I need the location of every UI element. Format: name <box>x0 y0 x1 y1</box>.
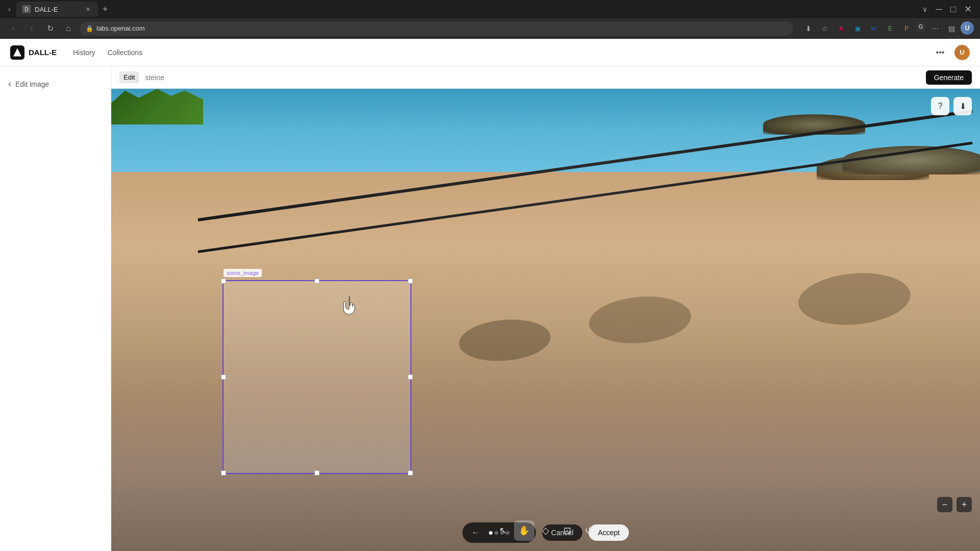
close-window-button[interactable]: ✕ <box>964 4 972 15</box>
active-tab[interactable]: D DALL-E ✕ <box>16 2 98 17</box>
nav-history[interactable]: History <box>73 46 95 59</box>
zoom-controls: − + <box>937 497 972 512</box>
sidebar-back-label: Edit image <box>15 80 49 88</box>
help-icon-button[interactable]: ? <box>931 97 949 115</box>
address-bar: ‹ › ↻ ⌂ 🔒 labs.openai.com ⬇ ☆ A ▣ W E P … <box>0 18 980 39</box>
zoom-out-button[interactable]: − <box>937 497 952 512</box>
umbrella-area <box>725 112 980 366</box>
app-logo-area: DALL-E <box>10 45 57 60</box>
sidebar-icon[interactable]: ▤ <box>944 21 959 36</box>
hand-tool-icon: ✋ <box>519 525 530 536</box>
tab-close-button[interactable]: ✕ <box>84 5 92 13</box>
minimize-button[interactable]: ─ <box>936 4 942 15</box>
resize-handle-tm[interactable] <box>314 279 320 284</box>
tab-favicon: D <box>22 5 31 13</box>
dot-1 <box>489 531 493 535</box>
nav-collections[interactable]: Collections <box>108 46 142 59</box>
app-logo-shape <box>13 48 21 57</box>
app-header: DALL-E History Collections ••• U <box>0 39 980 66</box>
canvas-panel: Edit Generate <box>111 66 980 551</box>
zoom-in-button[interactable]: + <box>957 497 972 512</box>
extension-download-icon[interactable]: ⬇ <box>801 21 816 36</box>
lock-icon: 🔒 <box>86 25 93 32</box>
profile-avatar[interactable]: U <box>961 21 974 35</box>
extension-bookmark-icon[interactable]: ☆ <box>818 21 832 36</box>
resize-handle-br[interactable] <box>408 470 413 475</box>
lasso-tool-icon: ◇ <box>542 525 549 536</box>
selection-label-text: some_image <box>224 269 262 277</box>
refresh-button[interactable]: ↻ <box>43 21 57 36</box>
resize-handle-bl[interactable] <box>221 470 226 475</box>
tool-bar: ↖ ✋ ◇ ⊡ ↺ <box>493 520 599 541</box>
extension-4-icon[interactable]: E <box>883 21 897 36</box>
prev-button[interactable]: ← <box>469 525 483 540</box>
canvas-area[interactable]: ? ⬇ some_image <box>111 89 980 551</box>
new-tab-button[interactable]: + <box>98 2 112 16</box>
resize-handle-bm[interactable] <box>314 470 320 475</box>
generate-button[interactable]: Generate <box>926 70 972 85</box>
resize-handle-tl[interactable] <box>221 279 226 284</box>
resize-handle-rm[interactable] <box>408 374 413 380</box>
select-tool-icon: ↖ <box>499 525 507 536</box>
tree-left <box>111 89 203 124</box>
forward-button[interactable]: › <box>24 21 39 36</box>
download-icon-button[interactable]: ⬇ <box>953 97 972 115</box>
selection-box[interactable]: some_image <box>223 280 411 474</box>
extension-1-icon[interactable]: A <box>834 21 848 36</box>
crop-tool-icon: ⊡ <box>564 525 571 536</box>
app-name-label: DALL-E <box>29 48 57 57</box>
url-text: labs.openai.com <box>96 24 145 32</box>
resize-handle-lm[interactable] <box>221 374 226 380</box>
undo-button[interactable]: ↺ <box>578 520 599 541</box>
browser-extensions: ⬇ ☆ A ▣ W E P G ⋯ ▤ U <box>801 21 974 36</box>
main-layout: ‹ Edit image Edit Generate <box>0 66 980 551</box>
help-icon: ? <box>938 102 943 111</box>
window-chevron-icon: ∨ <box>922 5 927 13</box>
download-icon: ⬇ <box>960 102 966 111</box>
back-icon: ‹ <box>8 79 11 89</box>
back-to-edit-button[interactable]: ‹ Edit image <box>0 74 111 97</box>
sidebar: ‹ Edit image <box>0 66 111 551</box>
header-actions: ••• U <box>932 44 970 61</box>
chevron-down-icon[interactable]: › <box>4 4 14 14</box>
app-navigation: History Collections <box>73 46 142 59</box>
undo-icon: ↺ <box>585 525 593 536</box>
prompt-input[interactable] <box>145 73 919 82</box>
extension-6-icon[interactable]: G <box>916 21 926 32</box>
app-logo-icon <box>10 45 24 60</box>
canvas-top-right-actions: ? ⬇ <box>931 97 972 115</box>
header-more-button[interactable]: ••• <box>932 44 948 61</box>
select-tool-button[interactable]: ↖ <box>493 520 513 541</box>
tab-bar: › D DALL-E ✕ + ∨ ─ □ ✕ <box>0 0 980 18</box>
back-button[interactable]: ‹ <box>6 21 20 36</box>
maximize-button[interactable]: □ <box>950 4 956 15</box>
extension-3-icon[interactable]: W <box>867 21 881 36</box>
resize-handle-tr[interactable] <box>408 279 413 284</box>
extension-more-icon[interactable]: ⋯ <box>928 21 942 36</box>
crop-tool-button[interactable]: ⊡ <box>557 520 577 541</box>
hand-tool-button[interactable]: ✋ <box>514 520 534 541</box>
edit-toolbar: Edit Generate <box>111 66 980 89</box>
address-field[interactable]: 🔒 labs.openai.com <box>80 21 793 36</box>
header-avatar[interactable]: U <box>954 45 970 60</box>
edit-tab[interactable]: Edit <box>119 71 139 83</box>
browser-chrome: › D DALL-E ✕ + ∨ ─ □ ✕ ‹ › ↻ ⌂ 🔒 labs.op… <box>0 0 980 39</box>
lasso-tool-button[interactable]: ◇ <box>535 520 556 541</box>
extension-2-icon[interactable]: ▣ <box>850 21 865 36</box>
tab-title-label: DALL-E <box>35 6 80 13</box>
home-button[interactable]: ⌂ <box>61 21 76 36</box>
extension-5-icon[interactable]: P <box>899 21 914 36</box>
